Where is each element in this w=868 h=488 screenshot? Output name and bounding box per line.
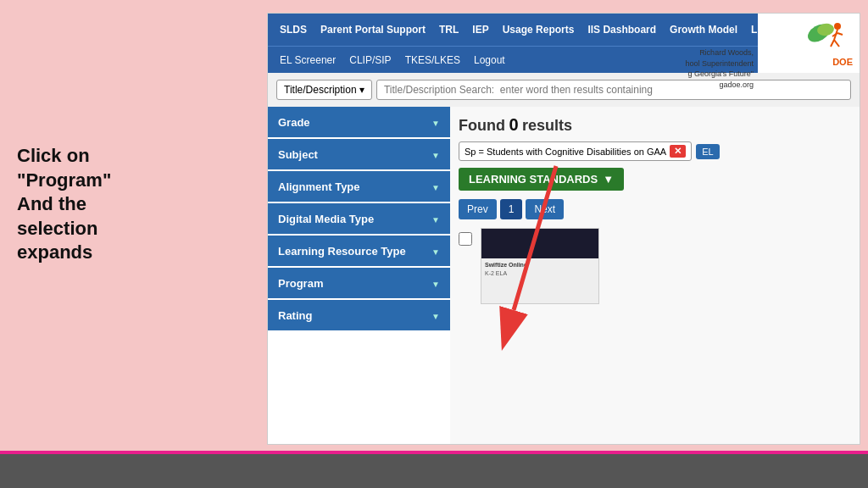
tag-chip: Sp = Students with Cognitive Disabilitie… — [459, 141, 692, 161]
nav-iis-dashboard[interactable]: IIS Dashboard — [581, 24, 663, 36]
logo-area: DOE — [758, 14, 860, 73]
nav-el-screener[interactable]: EL Screener — [273, 54, 342, 66]
results-area: Found 0 results Sp = Students with Cogni… — [450, 107, 860, 444]
filter-rating[interactable]: Rating — [268, 300, 450, 332]
digital-media-chevron-icon — [431, 212, 440, 225]
filter-subject[interactable]: Subject — [268, 139, 450, 171]
thumb-subtitle: K-2 ELA — [485, 270, 595, 276]
next-button[interactable]: Next — [526, 199, 564, 219]
tag-extra: EL — [696, 144, 719, 159]
filter-digital-media-type[interactable]: Digital Media Type — [268, 203, 450, 236]
instruction-text: Click on "Program" And the selection exp… — [17, 144, 186, 265]
thumbnail-body: Swiftize Online K-2 ELA — [481, 258, 598, 280]
nav-clip-sip[interactable]: CLIP/SIP — [342, 54, 398, 66]
tag-remove-button[interactable]: ✕ — [670, 145, 686, 158]
filter-sidebar: Grade Subject Alignment Type Digital Med… — [268, 107, 450, 444]
thumbnail-header — [481, 229, 598, 258]
nav-iep[interactable]: IEP — [465, 24, 495, 36]
filter-learning-resource-type[interactable]: Learning Resource Type — [268, 236, 450, 268]
svg-line-5 — [834, 40, 839, 47]
search-type-dropdown[interactable]: Title/Description ▾ — [276, 80, 372, 100]
svg-line-7 — [837, 33, 843, 35]
thumb-title: Swiftize Online — [485, 262, 595, 268]
found-results: Found 0 results — [459, 115, 851, 135]
result-item: Swiftize Online K-2 ELA — [459, 228, 851, 304]
bottom-bar — [0, 454, 868, 488]
gadoe-text: DOE — [832, 56, 853, 68]
search-input[interactable] — [376, 80, 851, 100]
filter-grade[interactable]: Grade — [268, 107, 450, 139]
gadoe-logo-icon — [802, 18, 853, 56]
rating-chevron-icon — [431, 308, 440, 322]
learning-resource-chevron-icon — [431, 244, 440, 258]
nav-parent-portal[interactable]: Parent Portal Support — [314, 24, 432, 36]
official-info: Richard Woods, hool Superintendent g Geo… — [685, 47, 754, 90]
nav-trl[interactable]: TRL — [432, 24, 465, 36]
alignment-chevron-icon — [431, 180, 440, 193]
nav-growth-model[interactable]: Growth Model — [663, 24, 744, 36]
tag-text: Sp = Students with Cognitive Disabilitie… — [465, 147, 666, 157]
nav-logout[interactable]: Logout — [467, 54, 512, 66]
content-area: Grade Subject Alignment Type Digital Med… — [268, 107, 860, 444]
tag-area: Sp = Students with Cognitive Disabilitie… — [459, 141, 851, 161]
search-area: Title/Description ▾ — [268, 73, 860, 107]
pagination: Prev 1 Next — [459, 199, 851, 219]
result-checkbox[interactable] — [459, 232, 472, 246]
program-chevron-icon — [431, 276, 440, 290]
filter-alignment-type[interactable]: Alignment Type — [268, 171, 450, 203]
learning-standards-button[interactable]: LEARNING STANDARDS ▼ — [459, 168, 624, 191]
svg-point-2 — [834, 23, 841, 30]
subject-chevron-icon — [431, 147, 440, 161]
nav-slds[interactable]: SLDS — [273, 24, 314, 36]
filter-program[interactable]: Program — [268, 268, 450, 300]
result-thumbnail: Swiftize Online K-2 ELA — [481, 228, 599, 304]
dropdown-arrow-icon: ▼ — [603, 173, 614, 186]
search-type-label: Title/Description ▾ — [284, 84, 364, 96]
nav-tkes-lkes[interactable]: TKES/LKES — [398, 54, 467, 66]
main-content: DOE SLDS Parent Portal Support TRL IEP U… — [267, 13, 860, 445]
svg-line-4 — [831, 40, 834, 47]
nav-usage-reports[interactable]: Usage Reports — [496, 24, 581, 36]
prev-button[interactable]: Prev — [459, 199, 497, 219]
page-1-button[interactable]: 1 — [500, 199, 523, 219]
grade-chevron-icon — [431, 115, 440, 129]
